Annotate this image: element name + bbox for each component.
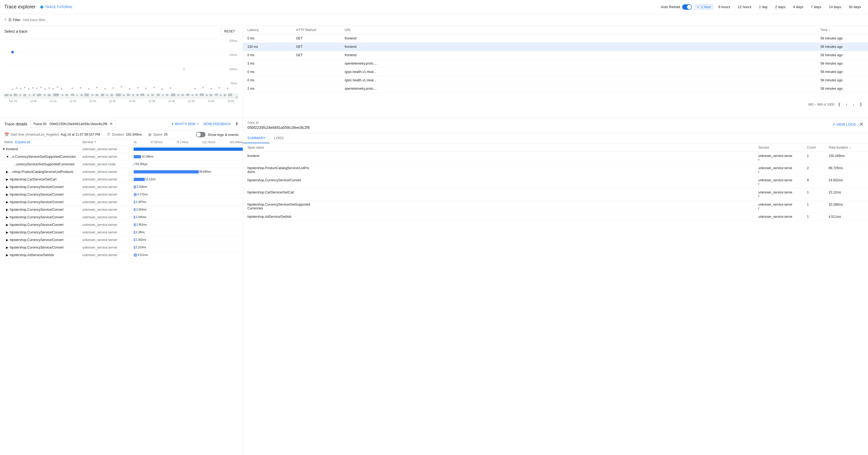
svg-point-18: [11, 51, 14, 54]
external-link-icon: ↗: [832, 122, 835, 126]
expand-icon[interactable]: ▶: [6, 231, 10, 234]
span-bar: [134, 238, 135, 242]
trace-table-row[interactable]: 150 ms GET frontend 58 minutes ago: [243, 43, 868, 51]
detail-actions: ↗ VIEW LOGS ✕: [832, 121, 864, 127]
span-row[interactable]: ▼ ...o.CurrencyService/GetSupportedCurre…: [0, 153, 243, 160]
time-btn-6hours[interactable]: 6 hours: [716, 4, 733, 10]
span-row[interactable]: ▶ hipstershop.CurrencyService/Convert un…: [0, 206, 243, 213]
trace-id-title: Trace ID: [247, 121, 310, 124]
reset-button[interactable]: RESET: [221, 28, 239, 35]
span-row[interactable]: ▶ hipstershop.CurrencyService/Convert un…: [0, 198, 243, 206]
prev-page-button[interactable]: ‹: [844, 101, 849, 108]
summary-table-row[interactable]: hipstershop.CurrencyService/GetSupported…: [243, 201, 868, 213]
row-latency: 2 ms: [247, 87, 296, 91]
chart-container[interactable]: 200ms 150ms 100ms 50ms 0: [0, 37, 243, 107]
trace-table-section: Latency HTTP Method URL Time ↓ 0 ms GET …: [243, 26, 868, 118]
last-page-button[interactable]: ⟫: [858, 101, 864, 108]
clear-trace-id-button[interactable]: ✕: [110, 121, 113, 126]
svg-rect-51: [66, 94, 68, 96]
expand-all-button[interactable]: Expand all: [15, 140, 30, 144]
summary-table-row[interactable]: hipstershop.ProductCatalogService/ListPr…: [243, 164, 868, 176]
show-logs-toggle[interactable]: Show logs & events: [196, 132, 239, 137]
trace-id-value[interactable]: 05bf2235fc24e8491a558c1feec8c2f8: [50, 122, 107, 126]
expand-icon[interactable]: ▶: [6, 223, 10, 227]
span-row[interactable]: ▶ hipstershop.CurrencyService/Convert un…: [0, 191, 243, 198]
time-btn-4days[interactable]: 4 days: [790, 4, 806, 10]
time-btn-1day[interactable]: 1 day: [756, 4, 770, 10]
svg-rect-76: [192, 94, 193, 96]
span-name-cell: ...urrencyService/GetSupportedCurrencies: [0, 162, 82, 166]
span-row[interactable]: ▶ hipstershop.CurrencyService/Convert un…: [0, 236, 243, 244]
span-name-cell: ▶ hipstershop.CurrencyService/Convert: [0, 223, 82, 227]
expand-icon[interactable]: ▶: [6, 253, 10, 257]
span-bar: [134, 201, 135, 204]
span-timeline-cell: 2.302ms: [134, 236, 243, 243]
expand-icon[interactable]: ▶: [6, 200, 10, 204]
first-page-button[interactable]: ⟪: [836, 101, 842, 108]
time-btn-7days[interactable]: 7 days: [808, 4, 824, 10]
tab-logs[interactable]: LOGS: [270, 133, 288, 143]
span-row[interactable]: ▶ hipstershop.CurrencyService/Convert un…: [0, 183, 243, 191]
trace-table-row[interactable]: 0 ms /grpc.health.v1.Heal... 58 minutes …: [243, 76, 868, 85]
span-row[interactable]: ▶ hipstershop.CurrencyService/Convert un…: [0, 213, 243, 221]
span-row[interactable]: ▼ frontend unknown_service:server 150.34…: [0, 145, 243, 153]
time-btn-12hours[interactable]: 12 hours: [735, 4, 754, 10]
trace-table-row[interactable]: 2 ms opentelemetry.proto.... 58 minutes …: [243, 85, 868, 93]
summary-table-header: Span name Service Count Total duration ↓: [243, 144, 868, 152]
svg-point-20: [80, 87, 81, 89]
row-url: frontend: [345, 53, 820, 57]
trace-tutorial-link[interactable]: 🔷 TRACE TUTORIAL: [40, 5, 73, 9]
show-logs-switch[interactable]: [196, 132, 206, 137]
span-bar: [134, 163, 134, 166]
time-btn-14days[interactable]: 14 days: [826, 4, 844, 10]
next-page-button[interactable]: ›: [851, 101, 856, 108]
timeline-labels: 0s 37.587ms 75.174ms 112.762ms 150.349ms: [134, 141, 243, 144]
span-name-cell: ▶ hipstershop.CurrencyService/Convert: [0, 246, 82, 249]
span-bar-container: 2.153ms: [134, 245, 243, 250]
expand-icon[interactable]: ▶: [6, 178, 10, 181]
whats-new-button[interactable]: ✦ WHAT'S NEW ↗: [171, 122, 199, 126]
filter-input[interactable]: [23, 18, 864, 22]
expand-icon[interactable]: ▶: [6, 193, 10, 196]
expand-icon[interactable]: ▶: [6, 238, 10, 242]
summary-table-row[interactable]: frontend unknown_service:serve r 1 150.3…: [243, 152, 868, 164]
expand-icon[interactable]: ▼: [2, 147, 6, 151]
time-btn-30days[interactable]: 30 days: [846, 4, 864, 10]
span-row[interactable]: ▶ hipstershop.CurrencyService/Convert un…: [0, 244, 243, 251]
auto-reload-toggle[interactable]: [682, 4, 692, 10]
time-btn-1hour[interactable]: ✓ 1 hour: [694, 4, 714, 10]
svg-rect-61: [116, 93, 121, 96]
span-row[interactable]: ▶ hipstershop.AdService/GetAds unknown_s…: [0, 251, 243, 259]
view-logs-button[interactable]: ↗ VIEW LOGS: [832, 122, 856, 126]
span-row[interactable]: ▶ hipstershop.CartService/GetCart unknow…: [0, 176, 243, 183]
send-feedback-button[interactable]: SEND FEEDBACK: [204, 122, 230, 126]
span-name-cell: ▶ hipstershop.CurrencyService/Convert: [0, 193, 82, 196]
svg-point-12: [40, 87, 42, 88]
span-row[interactable]: ▶ ...rshop.ProductCatalogService/ListPro…: [0, 168, 243, 176]
scatter-chart[interactable]: [4, 37, 239, 99]
trace-table-row[interactable]: 0 ms GET frontend 58 minutes ago: [243, 34, 868, 43]
summary-count: 2: [807, 166, 829, 170]
summary-table-row[interactable]: hipstershop.CartService/GetCart unknown_…: [243, 188, 868, 201]
span-row[interactable]: ▶ hipstershop.CurrencyService/Convert un…: [0, 229, 243, 236]
trace-table-row[interactable]: 0 ms /grpc.health.v1.Heal... 58 minutes …: [243, 68, 868, 76]
expand-icon[interactable]: ▶: [6, 185, 10, 189]
expand-icon[interactable]: ▶: [6, 246, 10, 249]
expand-icon[interactable]: ▶: [6, 170, 10, 174]
svg-rect-44: [29, 95, 30, 96]
tab-summary[interactable]: SUMMARY: [243, 133, 270, 143]
span-row[interactable]: ▶ hipstershop.CurrencyService/Convert un…: [0, 221, 243, 229]
expand-icon[interactable]: ▶: [6, 215, 10, 219]
summary-table-row[interactable]: hipstershop.AdService/GetAds unknown_ser…: [243, 213, 868, 221]
close-detail-panel-button[interactable]: ✕: [859, 121, 864, 127]
trace-table-row[interactable]: 0 ms GET frontend 58 minutes ago: [243, 51, 868, 59]
trace-table-row[interactable]: 3 ms opentelemetry.proto.... 58 minutes …: [243, 59, 868, 68]
summary-table-row[interactable]: hipstershop.CurrencyService/Convert unkn…: [243, 176, 868, 188]
span-row[interactable]: ...urrencyService/GetSupportedCurrencies…: [0, 160, 243, 168]
expand-icon[interactable]: ▶: [6, 208, 10, 212]
row-time: 58 minutes ago: [820, 62, 864, 65]
span-bar: [134, 178, 145, 181]
collapse-panel-button[interactable]: ⬆: [235, 121, 239, 126]
time-btn-2days[interactable]: 2 days: [772, 4, 788, 10]
expand-icon[interactable]: ▼: [6, 155, 10, 159]
